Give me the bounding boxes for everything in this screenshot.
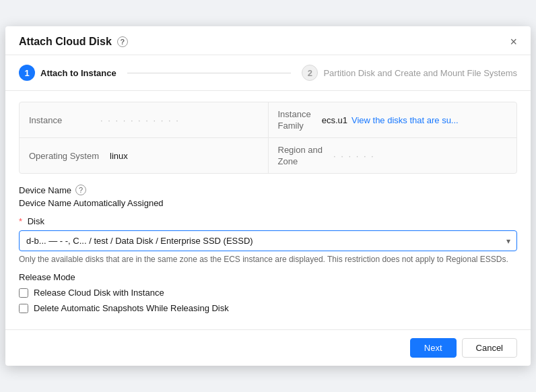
modal-header: Attach Cloud Disk ? ×	[5, 26, 531, 55]
step-divider	[127, 73, 292, 73]
os-label: Operating System	[29, 151, 99, 161]
step-2-circle: 2	[302, 65, 318, 81]
release-with-instance-checkbox[interactable]	[19, 288, 28, 298]
view-disks-link[interactable]: View the disks that are su...	[351, 115, 459, 125]
instance-value: · · · · · · · · · · ·	[100, 115, 180, 125]
release-with-instance-item: Release Cloud Disk with Instance	[19, 288, 517, 298]
modal-overlay: Attach Cloud Disk ? × 1 Attach to Instan…	[0, 0, 536, 392]
family-value: ecs.u1	[322, 115, 347, 125]
disk-section: * Disk d-b... — - -, C... / test / Data …	[19, 216, 517, 264]
delete-snapshots-checkbox[interactable]	[19, 304, 28, 313]
modal-title: Attach Cloud Disk ?	[19, 36, 128, 48]
info-row-1: Instance · · · · · · · · · · · Instance …	[20, 102, 516, 138]
os-value: linux	[110, 151, 128, 161]
release-with-instance-label[interactable]: Release Cloud Disk with Instance	[34, 288, 164, 298]
info-cell-family: Instance Family ecs.u1 View the disks th…	[269, 102, 517, 137]
disk-select[interactable]: d-b... — - -, C... / test / Data Disk / …	[19, 230, 517, 251]
disk-hint: Only the available disks that are in the…	[19, 255, 517, 264]
info-table: Instance · · · · · · · · · · · Instance …	[19, 102, 517, 174]
info-row-2: Operating System linux Region and Zone ·…	[20, 138, 516, 173]
info-cell-region: Region and Zone · · · · · ·	[269, 138, 517, 173]
step-1-circle: 1	[19, 65, 35, 81]
steps-bar: 1 Attach to Instance 2 Partition Disk an…	[5, 55, 531, 91]
help-icon[interactable]: ?	[117, 36, 128, 47]
step-2-label: Partition Disk and Create and Mount File…	[323, 68, 517, 78]
release-mode-title: Release Mode	[19, 272, 517, 282]
step-1-label: Attach to Instance	[40, 68, 116, 78]
device-name-label: Device Name ?	[19, 185, 517, 195]
modal-close-button[interactable]: ×	[510, 36, 517, 48]
attach-cloud-disk-modal: Attach Cloud Disk ? × 1 Attach to Instan…	[5, 26, 531, 366]
modal-footer: Next Cancel	[5, 329, 531, 366]
region-label-line2: Zone	[278, 156, 323, 166]
family-label-line2: Family	[278, 121, 311, 131]
disk-field-label: * Disk	[19, 216, 517, 226]
step-2: 2 Partition Disk and Create and Mount Fi…	[302, 65, 517, 81]
device-name-value: Device Name Automatically Assigned	[19, 198, 517, 208]
required-star: *	[19, 216, 22, 226]
region-value: · · · · · ·	[333, 151, 375, 161]
region-label-line1: Region and	[278, 145, 323, 155]
family-label-line1: Instance	[278, 109, 311, 119]
delete-snapshots-label[interactable]: Delete Automatic Snapshots While Releasi…	[34, 303, 229, 313]
release-mode-section: Release Mode Release Cloud Disk with Ins…	[19, 272, 517, 313]
modal-title-text: Attach Cloud Disk	[19, 36, 112, 48]
device-name-help-icon[interactable]: ?	[75, 185, 86, 195]
cancel-button[interactable]: Cancel	[462, 338, 517, 358]
device-name-section: Device Name ? Device Name Automatically …	[19, 185, 517, 208]
step-1: 1 Attach to Instance	[19, 65, 116, 81]
info-cell-os: Operating System linux	[20, 138, 269, 173]
disk-select-wrapper: d-b... — - -, C... / test / Data Disk / …	[19, 230, 517, 251]
info-cell-instance: Instance · · · · · · · · · · ·	[20, 102, 269, 137]
modal-body: Instance · · · · · · · · · · · Instance …	[5, 91, 531, 329]
delete-snapshots-item: Delete Automatic Snapshots While Releasi…	[19, 303, 517, 313]
instance-label: Instance	[29, 115, 90, 125]
next-button[interactable]: Next	[410, 338, 457, 358]
